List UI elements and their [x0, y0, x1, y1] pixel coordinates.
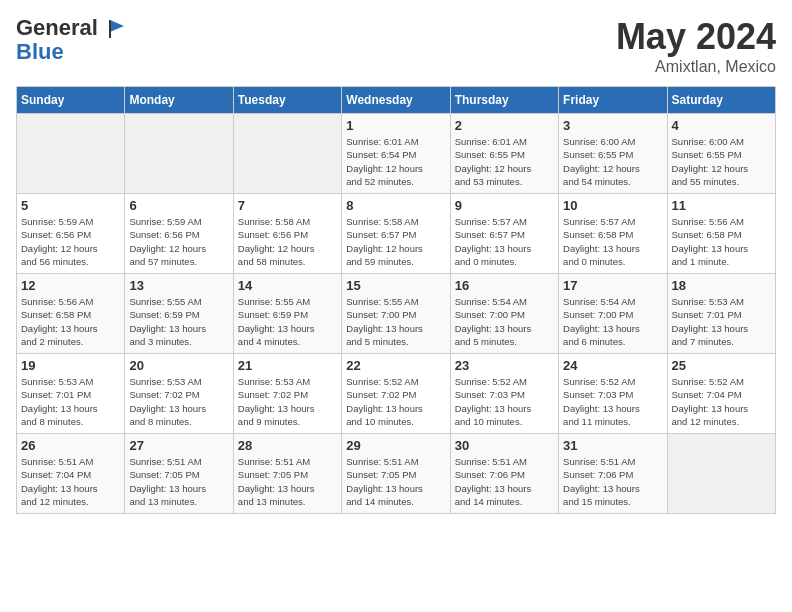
day-number: 17: [563, 278, 662, 293]
day-number: 10: [563, 198, 662, 213]
calendar-cell: [17, 114, 125, 194]
day-info: Sunrise: 5:51 AM Sunset: 7:05 PM Dayligh…: [129, 455, 228, 508]
day-info: Sunrise: 6:00 AM Sunset: 6:55 PM Dayligh…: [563, 135, 662, 188]
day-number: 22: [346, 358, 445, 373]
calendar-cell: 26Sunrise: 5:51 AM Sunset: 7:04 PM Dayli…: [17, 434, 125, 514]
day-number: 2: [455, 118, 554, 133]
svg-rect-1: [109, 20, 111, 38]
day-info: Sunrise: 5:51 AM Sunset: 7:04 PM Dayligh…: [21, 455, 120, 508]
calendar-cell: 28Sunrise: 5:51 AM Sunset: 7:05 PM Dayli…: [233, 434, 341, 514]
calendar-cell: 1Sunrise: 6:01 AM Sunset: 6:54 PM Daylig…: [342, 114, 450, 194]
day-number: 29: [346, 438, 445, 453]
day-number: 8: [346, 198, 445, 213]
calendar-cell: 9Sunrise: 5:57 AM Sunset: 6:57 PM Daylig…: [450, 194, 558, 274]
day-info: Sunrise: 5:57 AM Sunset: 6:57 PM Dayligh…: [455, 215, 554, 268]
day-number: 31: [563, 438, 662, 453]
calendar-cell: 19Sunrise: 5:53 AM Sunset: 7:01 PM Dayli…: [17, 354, 125, 434]
day-number: 19: [21, 358, 120, 373]
day-number: 12: [21, 278, 120, 293]
calendar-cell: 20Sunrise: 5:53 AM Sunset: 7:02 PM Dayli…: [125, 354, 233, 434]
weekday-header-thursday: Thursday: [450, 87, 558, 114]
calendar-cell: 17Sunrise: 5:54 AM Sunset: 7:00 PM Dayli…: [559, 274, 667, 354]
location-title: Amixtlan, Mexico: [616, 58, 776, 76]
day-info: Sunrise: 5:52 AM Sunset: 7:02 PM Dayligh…: [346, 375, 445, 428]
day-info: Sunrise: 5:53 AM Sunset: 7:01 PM Dayligh…: [21, 375, 120, 428]
calendar-cell: 15Sunrise: 5:55 AM Sunset: 7:00 PM Dayli…: [342, 274, 450, 354]
calendar-week-row: 5Sunrise: 5:59 AM Sunset: 6:56 PM Daylig…: [17, 194, 776, 274]
calendar-cell: [233, 114, 341, 194]
day-number: 27: [129, 438, 228, 453]
calendar-cell: 14Sunrise: 5:55 AM Sunset: 6:59 PM Dayli…: [233, 274, 341, 354]
calendar-cell: 27Sunrise: 5:51 AM Sunset: 7:05 PM Dayli…: [125, 434, 233, 514]
calendar-week-row: 12Sunrise: 5:56 AM Sunset: 6:58 PM Dayli…: [17, 274, 776, 354]
calendar-cell: 22Sunrise: 5:52 AM Sunset: 7:02 PM Dayli…: [342, 354, 450, 434]
calendar-cell: 2Sunrise: 6:01 AM Sunset: 6:55 PM Daylig…: [450, 114, 558, 194]
calendar-week-row: 1Sunrise: 6:01 AM Sunset: 6:54 PM Daylig…: [17, 114, 776, 194]
day-number: 6: [129, 198, 228, 213]
day-number: 25: [672, 358, 771, 373]
day-number: 20: [129, 358, 228, 373]
day-info: Sunrise: 6:00 AM Sunset: 6:55 PM Dayligh…: [672, 135, 771, 188]
day-info: Sunrise: 5:54 AM Sunset: 7:00 PM Dayligh…: [563, 295, 662, 348]
day-info: Sunrise: 5:51 AM Sunset: 7:05 PM Dayligh…: [346, 455, 445, 508]
day-number: 5: [21, 198, 120, 213]
page-header: General Blue May 2024 Amixtlan, Mexico: [16, 16, 776, 76]
calendar-cell: 8Sunrise: 5:58 AM Sunset: 6:57 PM Daylig…: [342, 194, 450, 274]
day-info: Sunrise: 5:58 AM Sunset: 6:57 PM Dayligh…: [346, 215, 445, 268]
calendar-cell: 10Sunrise: 5:57 AM Sunset: 6:58 PM Dayli…: [559, 194, 667, 274]
calendar-cell: 4Sunrise: 6:00 AM Sunset: 6:55 PM Daylig…: [667, 114, 775, 194]
day-info: Sunrise: 5:56 AM Sunset: 6:58 PM Dayligh…: [21, 295, 120, 348]
day-info: Sunrise: 5:53 AM Sunset: 7:01 PM Dayligh…: [672, 295, 771, 348]
calendar-cell: 21Sunrise: 5:53 AM Sunset: 7:02 PM Dayli…: [233, 354, 341, 434]
day-info: Sunrise: 5:59 AM Sunset: 6:56 PM Dayligh…: [129, 215, 228, 268]
calendar-cell: 18Sunrise: 5:53 AM Sunset: 7:01 PM Dayli…: [667, 274, 775, 354]
calendar-cell: 6Sunrise: 5:59 AM Sunset: 6:56 PM Daylig…: [125, 194, 233, 274]
weekday-header-row: SundayMondayTuesdayWednesdayThursdayFrid…: [17, 87, 776, 114]
day-number: 3: [563, 118, 662, 133]
calendar-cell: [125, 114, 233, 194]
weekday-header-saturday: Saturday: [667, 87, 775, 114]
day-number: 11: [672, 198, 771, 213]
weekday-header-friday: Friday: [559, 87, 667, 114]
day-info: Sunrise: 5:58 AM Sunset: 6:56 PM Dayligh…: [238, 215, 337, 268]
day-number: 1: [346, 118, 445, 133]
day-number: 18: [672, 278, 771, 293]
calendar-table: SundayMondayTuesdayWednesdayThursdayFrid…: [16, 86, 776, 514]
calendar-cell: 5Sunrise: 5:59 AM Sunset: 6:56 PM Daylig…: [17, 194, 125, 274]
calendar-cell: 30Sunrise: 5:51 AM Sunset: 7:06 PM Dayli…: [450, 434, 558, 514]
logo-flag-icon: [106, 18, 128, 40]
day-info: Sunrise: 5:54 AM Sunset: 7:00 PM Dayligh…: [455, 295, 554, 348]
svg-marker-0: [110, 20, 124, 32]
day-info: Sunrise: 5:55 AM Sunset: 6:59 PM Dayligh…: [238, 295, 337, 348]
day-info: Sunrise: 5:52 AM Sunset: 7:03 PM Dayligh…: [563, 375, 662, 428]
day-number: 15: [346, 278, 445, 293]
day-number: 14: [238, 278, 337, 293]
day-number: 13: [129, 278, 228, 293]
day-info: Sunrise: 6:01 AM Sunset: 6:55 PM Dayligh…: [455, 135, 554, 188]
weekday-header-wednesday: Wednesday: [342, 87, 450, 114]
day-info: Sunrise: 5:53 AM Sunset: 7:02 PM Dayligh…: [238, 375, 337, 428]
calendar-cell: 29Sunrise: 5:51 AM Sunset: 7:05 PM Dayli…: [342, 434, 450, 514]
day-number: 21: [238, 358, 337, 373]
calendar-week-row: 19Sunrise: 5:53 AM Sunset: 7:01 PM Dayli…: [17, 354, 776, 434]
calendar-cell: 3Sunrise: 6:00 AM Sunset: 6:55 PM Daylig…: [559, 114, 667, 194]
day-info: Sunrise: 5:51 AM Sunset: 7:06 PM Dayligh…: [563, 455, 662, 508]
day-info: Sunrise: 5:56 AM Sunset: 6:58 PM Dayligh…: [672, 215, 771, 268]
calendar-cell: 11Sunrise: 5:56 AM Sunset: 6:58 PM Dayli…: [667, 194, 775, 274]
calendar-cell: 31Sunrise: 5:51 AM Sunset: 7:06 PM Dayli…: [559, 434, 667, 514]
day-number: 28: [238, 438, 337, 453]
day-info: Sunrise: 5:52 AM Sunset: 7:03 PM Dayligh…: [455, 375, 554, 428]
day-info: Sunrise: 5:52 AM Sunset: 7:04 PM Dayligh…: [672, 375, 771, 428]
day-number: 4: [672, 118, 771, 133]
calendar-cell: 16Sunrise: 5:54 AM Sunset: 7:00 PM Dayli…: [450, 274, 558, 354]
weekday-header-sunday: Sunday: [17, 87, 125, 114]
day-number: 24: [563, 358, 662, 373]
calendar-cell: 12Sunrise: 5:56 AM Sunset: 6:58 PM Dayli…: [17, 274, 125, 354]
day-number: 7: [238, 198, 337, 213]
day-info: Sunrise: 5:55 AM Sunset: 7:00 PM Dayligh…: [346, 295, 445, 348]
logo-general: General: [16, 15, 98, 40]
day-number: 9: [455, 198, 554, 213]
day-info: Sunrise: 5:53 AM Sunset: 7:02 PM Dayligh…: [129, 375, 228, 428]
month-title: May 2024: [616, 16, 776, 58]
logo: General Blue: [16, 16, 128, 64]
